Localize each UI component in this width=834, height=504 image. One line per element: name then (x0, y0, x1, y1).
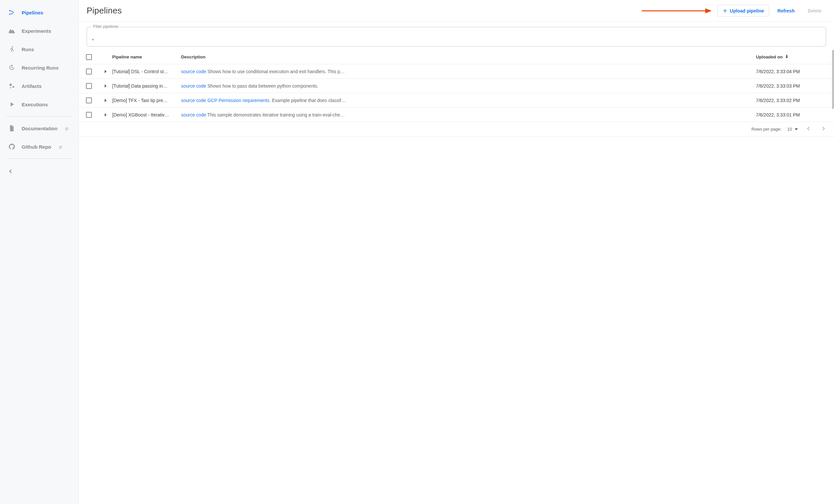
sidebar-item-label: Executions (22, 102, 48, 107)
row-checkbox[interactable] (86, 112, 92, 118)
svg-marker-9 (705, 8, 711, 13)
filter-pipelines-input[interactable] (87, 27, 826, 47)
svg-point-0 (9, 10, 10, 12)
sidebar-item-documentation[interactable]: Documentation (4, 119, 74, 137)
sidebar-item-pipelines[interactable]: Pipelines (4, 3, 74, 22)
table-pagination: Rows per page: 10 (79, 122, 834, 136)
topbar: Pipelines Upload pipeline Refresh Delete (79, 0, 834, 22)
sidebar-divider (6, 158, 72, 159)
external-link-icon (59, 145, 62, 149)
source-code-link[interactable]: source code (181, 83, 206, 89)
table-row[interactable]: [Tutorial] DSL - Control st… source code… (79, 64, 834, 79)
sidebar-divider (6, 116, 72, 116)
pipeline-description: source code GCP Permission requirements.… (181, 98, 756, 103)
plus-icon (722, 8, 728, 14)
artifacts-icon (8, 82, 16, 90)
column-header-uploaded[interactable]: Uploaded on (756, 54, 828, 60)
sort-descending-icon (784, 54, 789, 60)
source-code-link[interactable]: source code (181, 98, 206, 103)
sidebar-item-label: Github Repo (22, 144, 51, 150)
sidebar-item-label: Experiments (22, 28, 51, 34)
refresh-button[interactable]: Refresh (773, 5, 799, 16)
previous-page-button[interactable] (804, 124, 813, 134)
upload-pipeline-button[interactable]: Upload pipeline (717, 5, 769, 17)
filter-label: Filter pipelines (91, 24, 120, 29)
sidebar-item-label: Recurring Runs (22, 65, 59, 70)
experiments-icon (8, 27, 16, 35)
row-checkbox[interactable] (86, 97, 92, 103)
pipelines-icon (8, 8, 16, 16)
sidebar-item-recurring-runs[interactable]: Recurring Runs (4, 59, 74, 77)
main-content: Pipelines Upload pipeline Refresh Delete (79, 0, 834, 504)
expand-row-icon[interactable] (105, 70, 107, 73)
executions-icon (8, 101, 16, 108)
pipeline-name[interactable]: [Demo] XGBoost - Iterativ… (112, 112, 181, 117)
table-row[interactable]: [Demo] TFX - Taxi tip pre… source code G… (79, 93, 834, 108)
chevron-down-icon (795, 128, 798, 130)
sidebar: Pipelines Experiments Runs Recurring Run… (0, 0, 79, 504)
select-all-checkbox[interactable] (86, 54, 92, 60)
column-header-name[interactable]: Pipeline name (112, 54, 181, 59)
document-icon (8, 124, 16, 132)
pipeline-description: source code Shows how to use conditional… (181, 69, 756, 74)
chevron-down-icon (91, 39, 94, 41)
expand-row-icon[interactable] (105, 113, 107, 116)
expand-row-icon[interactable] (105, 84, 107, 88)
github-icon (8, 143, 16, 151)
table-header: Pipeline name Description Uploaded on (79, 50, 834, 64)
page-title: Pipelines (87, 5, 122, 16)
source-code-link[interactable]: source code (181, 69, 206, 74)
expand-row-icon[interactable] (105, 99, 107, 102)
row-checkbox[interactable] (86, 69, 92, 74)
column-header-description[interactable]: Description (181, 54, 756, 59)
scrollbar[interactable] (832, 50, 834, 148)
sidebar-item-label: Artifacts (22, 83, 42, 89)
pipeline-description: source code Shows how to pass data betwe… (181, 83, 756, 89)
uploaded-on: 7/6/2022, 3:33:04 PM (756, 69, 828, 74)
external-link-icon (65, 126, 69, 130)
sidebar-item-github[interactable]: Github Repo (4, 137, 74, 156)
table-row[interactable]: [Demo] XGBoost - Iterativ… source code T… (79, 108, 834, 122)
source-code-link[interactable]: source code (181, 112, 206, 117)
refresh-label: Refresh (777, 8, 795, 14)
rows-per-page-select[interactable]: 10 (787, 127, 798, 132)
sidebar-item-label: Runs (22, 47, 34, 52)
uploaded-on: 7/6/2022, 3:33:03 PM (756, 83, 828, 89)
collapse-sidebar-button[interactable] (0, 165, 79, 178)
runs-icon (8, 45, 16, 53)
pipeline-name[interactable]: [Tutorial] Data passing in… (112, 83, 181, 89)
uploaded-on: 7/6/2022, 3:33:01 PM (756, 112, 828, 117)
pipelines-table: Pipeline name Description Uploaded on [T… (79, 50, 834, 136)
rows-per-page-label: Rows per page: (751, 127, 781, 132)
pipeline-name[interactable]: [Demo] TFX - Taxi tip pre… (112, 98, 181, 103)
pipeline-description: source code This sample demonstrates ite… (181, 112, 756, 117)
delete-label: Delete (808, 8, 821, 14)
svg-point-1 (9, 14, 10, 15)
svg-point-3 (12, 46, 13, 48)
table-row[interactable]: [Tutorial] Data passing in… source code … (79, 79, 834, 93)
svg-point-5 (9, 84, 12, 86)
next-page-button[interactable] (819, 124, 828, 134)
sidebar-item-executions[interactable]: Executions (4, 95, 74, 113)
sidebar-item-runs[interactable]: Runs (4, 40, 74, 59)
recurring-icon (8, 64, 16, 71)
scrollbar-thumb[interactable] (832, 50, 834, 109)
sidebar-item-label: Pipelines (22, 10, 43, 16)
upload-pipeline-label: Upload pipeline (730, 8, 764, 14)
secondary-link[interactable]: GCP Permission requirements (206, 98, 269, 103)
uploaded-on: 7/6/2022, 3:33:02 PM (756, 98, 828, 103)
row-checkbox[interactable] (86, 83, 92, 89)
pipeline-name[interactable]: [Tutorial] DSL - Control st… (112, 69, 181, 74)
sidebar-item-experiments[interactable]: Experiments (4, 22, 74, 40)
annotation-arrow (640, 7, 712, 15)
sidebar-item-artifacts[interactable]: Artifacts (4, 77, 74, 95)
delete-button: Delete (803, 5, 826, 16)
svg-point-6 (13, 86, 15, 88)
svg-point-7 (10, 87, 12, 89)
svg-point-2 (13, 12, 14, 13)
sidebar-item-label: Documentation (22, 126, 58, 131)
